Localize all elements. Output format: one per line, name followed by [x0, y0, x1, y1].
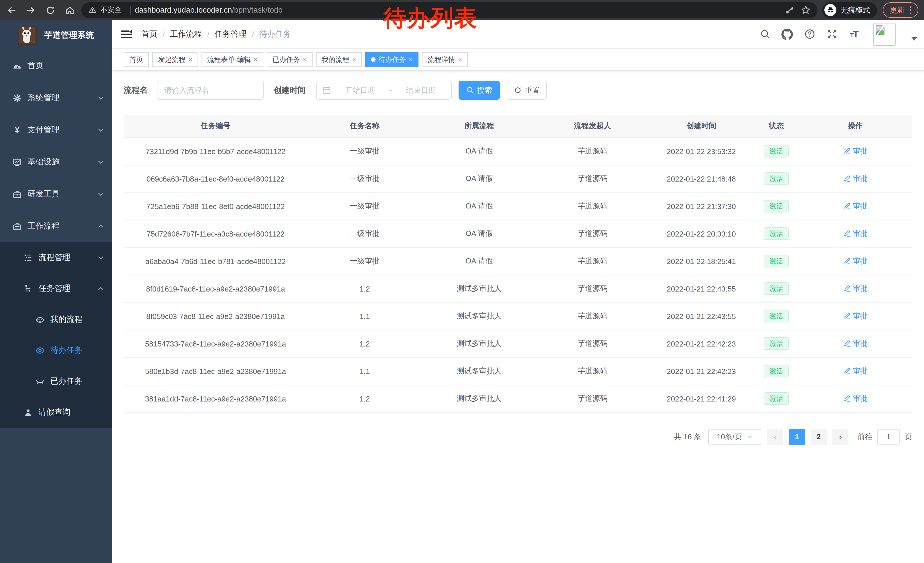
- back-button[interactable]: [3, 2, 20, 18]
- edit-pen-icon: [843, 230, 850, 237]
- help-button[interactable]: [804, 29, 815, 40]
- approve-button[interactable]: 审批: [843, 393, 868, 404]
- prev-page-button[interactable]: ‹: [767, 429, 783, 445]
- tag-tab-form-edit[interactable]: 流程表单-编辑 ×: [201, 52, 263, 67]
- sidebar-item-infrastructure[interactable]: 基础设施: [0, 146, 112, 178]
- approve-button[interactable]: 审批: [843, 338, 868, 349]
- table-row: 725a1eb6-7b88-11ec-8ef0-acde48001122一级审批…: [124, 192, 912, 220]
- font-size-icon: TT: [850, 29, 858, 39]
- tag-tab-my-process[interactable]: 我的流程 ×: [316, 52, 362, 67]
- sidebar-item-my-process[interactable]: 我的流程: [0, 304, 112, 335]
- reload-button[interactable]: [42, 2, 58, 18]
- breadcrumb-home[interactable]: 首页: [141, 29, 158, 39]
- breadcrumb-task-management[interactable]: 任务管理: [214, 29, 247, 39]
- date-range-picker[interactable]: 开始日期 - 结束日期: [316, 81, 452, 100]
- close-icon[interactable]: ×: [458, 56, 462, 63]
- close-icon[interactable]: ×: [303, 56, 307, 63]
- password-key-icon[interactable]: [785, 6, 794, 15]
- refresh-icon: [514, 87, 521, 94]
- table-row: 8f059c03-7ac8-11ec-a9e2-a2380e71991a1.1测…: [124, 302, 912, 330]
- page-2-button[interactable]: 2: [811, 429, 826, 445]
- sidebar-item-todo-tasks[interactable]: 待办任务: [0, 335, 112, 366]
- col-initiator: 流程发起人: [536, 115, 649, 137]
- approve-button[interactable]: 审批: [843, 311, 868, 321]
- fullscreen-button[interactable]: [826, 29, 837, 40]
- table-row: 58154733-7ac8-11ec-a9e2-a2380e71991a1.2测…: [124, 330, 912, 357]
- search-form: 流程名 创建时间 开始日期 - 结束日期 搜索 重: [124, 81, 912, 100]
- close-icon[interactable]: ×: [254, 56, 258, 63]
- sidebar-item-home[interactable]: 首页: [0, 50, 112, 82]
- sidebar-item-workflow[interactable]: 工作流程: [0, 210, 112, 242]
- goto-page-input[interactable]: [877, 429, 900, 445]
- tag-tab-process-detail[interactable]: 流程详情 ×: [422, 52, 468, 67]
- browser-menu-icon[interactable]: [910, 6, 911, 14]
- sidebar-item-system[interactable]: 系统管理: [0, 82, 112, 114]
- sidebar-collapse-button[interactable]: [121, 29, 132, 40]
- reset-button[interactable]: 重置: [507, 81, 547, 100]
- edit-pen-icon: [843, 203, 850, 210]
- back-icon: [6, 5, 16, 15]
- start-date-placeholder: 开始日期: [336, 85, 385, 95]
- browser-update-button[interactable]: 更新: [883, 2, 918, 18]
- edit-pen-icon: [843, 175, 850, 182]
- close-icon[interactable]: ×: [188, 56, 192, 63]
- page-1-button[interactable]: 1: [789, 429, 805, 445]
- avatar-dropdown-caret[interactable]: [911, 37, 917, 41]
- next-page-button[interactable]: ›: [832, 429, 848, 445]
- edit-pen-icon: [843, 312, 850, 320]
- search-button[interactable]: 搜索: [459, 81, 500, 100]
- edit-pen-icon: [843, 147, 850, 155]
- edit-pen-icon: [843, 368, 850, 375]
- not-secure-warning-icon: [88, 6, 97, 14]
- chevron-up-icon: [98, 285, 104, 292]
- close-icon[interactable]: ×: [409, 56, 413, 63]
- status-badge: 激活: [764, 282, 789, 295]
- not-secure-label[interactable]: 不安全: [100, 5, 122, 15]
- tag-tab-done-tasks[interactable]: 已办任务 ×: [267, 52, 313, 67]
- process-name-input[interactable]: [157, 81, 264, 100]
- incognito-badge: 无痕模式: [822, 2, 877, 18]
- sidebar-logo[interactable]: 芋道管理系统: [0, 20, 112, 50]
- sidebar-item-process-management[interactable]: 流程管理: [0, 242, 112, 273]
- page-size-select[interactable]: 10条/页: [708, 429, 761, 445]
- bookmark-star-icon[interactable]: [801, 5, 811, 15]
- col-created: 创建时间: [649, 115, 754, 137]
- url-host[interactable]: dashboard.yudao.iocoder.cn: [135, 6, 232, 14]
- sidebar-item-dev-tools[interactable]: 研发工具: [0, 178, 112, 210]
- tag-tab-start-process[interactable]: 发起流程 ×: [152, 52, 198, 67]
- close-icon[interactable]: ×: [352, 56, 356, 63]
- tag-tab-home[interactable]: 首页: [124, 52, 149, 67]
- sidebar-item-payment[interactable]: ¥ 支付管理: [0, 114, 112, 146]
- approve-button[interactable]: 审批: [843, 284, 868, 294]
- approve-button[interactable]: 审批: [843, 174, 868, 184]
- approve-button[interactable]: 审批: [843, 201, 868, 211]
- sidebar-item-leave-query[interactable]: 请假查询: [0, 397, 112, 428]
- status-badge: 激活: [764, 227, 789, 240]
- approve-button[interactable]: 审批: [843, 256, 868, 266]
- chevron-up-icon: [98, 223, 104, 230]
- github-button[interactable]: [782, 29, 793, 40]
- status-badge: 激活: [764, 255, 789, 267]
- sidebar-item-done-tasks[interactable]: 已办任务: [0, 366, 112, 397]
- end-date-placeholder: 结束日期: [396, 85, 446, 95]
- status-badge: 激活: [764, 392, 789, 405]
- page-content: 流程名 创建时间 开始日期 - 结束日期 搜索 重: [112, 71, 924, 563]
- table-row: 8f0d1619-7ac8-11ec-a9e2-a2380e71991a1.2测…: [124, 275, 912, 302]
- tag-tab-todo-tasks[interactable]: 待办任务 ×: [365, 52, 418, 67]
- forward-button[interactable]: [23, 2, 39, 18]
- user-avatar[interactable]: [873, 23, 896, 45]
- approve-button[interactable]: 审批: [843, 228, 868, 239]
- search-icon: [759, 29, 770, 39]
- font-size-button[interactable]: TT: [848, 29, 860, 40]
- app-title: 芋道管理系统: [44, 30, 94, 41]
- col-process: 所属流程: [422, 115, 536, 137]
- home-button[interactable]: [62, 2, 78, 18]
- approve-button[interactable]: 审批: [843, 366, 868, 376]
- approve-button[interactable]: 审批: [843, 146, 868, 156]
- sidebar-item-task-management[interactable]: 任务管理: [0, 273, 112, 304]
- breadcrumb-current: 待办任务: [259, 29, 291, 39]
- browser-nav-buttons: [3, 2, 78, 18]
- search-button[interactable]: [759, 29, 771, 40]
- url-path[interactable]: /bpm/task/todo: [232, 6, 282, 14]
- breadcrumb-workflow[interactable]: 工作流程: [170, 29, 202, 39]
